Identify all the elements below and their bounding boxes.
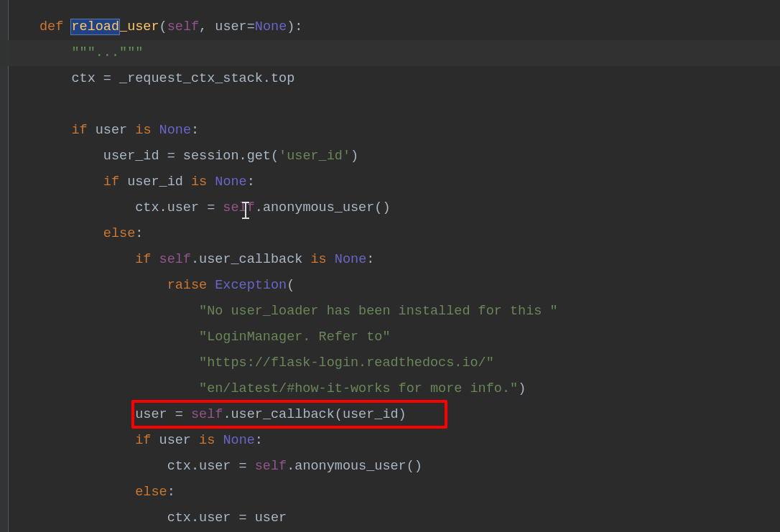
code-line[interactable]: "No user_loader has been installed for t… [0, 299, 780, 325]
code-line[interactable]: if user is None: [0, 118, 780, 144]
code-line[interactable]: if user is None: [0, 428, 780, 454]
code-line[interactable]: ctx.user = self.anonymous_user() [0, 454, 780, 480]
code-area[interactable]: def reload_user(self, user=None): """...… [0, 14, 780, 531]
docstring: """...""" [71, 45, 143, 60]
code-editor[interactable]: def reload_user(self, user=None): """...… [0, 0, 780, 532]
code-line[interactable]: user = self.user_callback(user_id) [0, 402, 780, 428]
code-line[interactable]: "LoginManager. Refer to" [0, 325, 780, 350]
code-line[interactable]: if user_id is None: [0, 169, 780, 195]
code-line[interactable]: ctx = _request_ctx_stack.top [0, 66, 780, 92]
code-line[interactable]: "en/latest/#how-it-works for more info."… [0, 376, 780, 402]
code-line[interactable]: user_id = session.get('user_id') [0, 144, 780, 169]
none-literal: None [255, 19, 287, 34]
code-line[interactable]: ctx.user = self.anonymous_user() [0, 195, 780, 221]
code-line-current[interactable]: """...""" [0, 40, 780, 66]
code-line[interactable]: ctx.user = user [0, 505, 780, 531]
code-line[interactable]: if self.user_callback is None: [0, 247, 780, 273]
code-line[interactable]: else: [0, 480, 780, 505]
param-self: self [167, 19, 199, 34]
keyword-def: def [40, 19, 63, 34]
code-line[interactable]: raise Exception( [0, 273, 780, 299]
code-line[interactable]: def reload_user(self, user=None): [0, 14, 780, 40]
code-line[interactable]: else: [0, 221, 780, 247]
function-name: _user [119, 19, 159, 34]
code-line[interactable]: "https://flask-login.readthedocs.io/" [0, 350, 780, 376]
function-name-selected[interactable]: reload [71, 19, 119, 34]
code-line[interactable] [0, 92, 780, 118]
